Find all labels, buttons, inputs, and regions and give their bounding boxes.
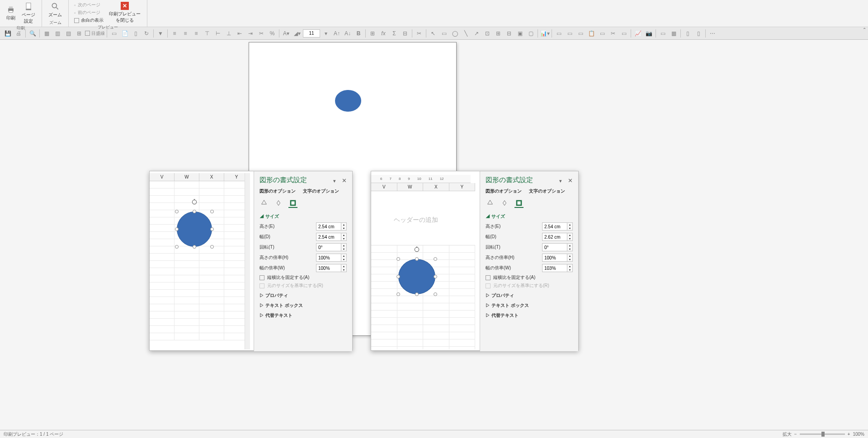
back-icon[interactable]: ▢ — [526, 28, 536, 38]
page-icon-tb[interactable]: ▯ — [131, 28, 141, 38]
indent-dec-icon[interactable]: ⇤ — [235, 28, 245, 38]
circle-shape[interactable] — [398, 259, 435, 294]
spinner[interactable]: ▴▾ — [341, 222, 347, 231]
more2-icon[interactable]: ▭ — [565, 28, 575, 38]
resize-handle[interactable] — [396, 292, 400, 296]
resize-handle[interactable] — [434, 292, 437, 296]
zoom-button[interactable]: ズーム — [46, 1, 65, 19]
rotation-input[interactable] — [316, 243, 341, 251]
height-input[interactable] — [542, 222, 567, 231]
paste-icon[interactable]: 📋 — [586, 28, 596, 38]
col-header[interactable]: V — [371, 183, 397, 191]
section-size[interactable]: ◢ サイズ — [486, 213, 573, 220]
align-left-icon[interactable]: ≡ — [170, 28, 179, 38]
font-shrink-icon[interactable]: A↓ — [343, 28, 353, 38]
scale-h-input[interactable] — [316, 254, 341, 262]
ellipse-shape-icon[interactable]: ◯ — [450, 28, 460, 38]
header-placeholder[interactable]: ヘッダーの追加 — [394, 216, 438, 224]
tab-shape-options[interactable]: 図形のオプション — [259, 188, 296, 194]
merge-icon[interactable]: ⊞ — [368, 28, 377, 38]
lock-aspect-check[interactable]: 縦横比を固定する(A) — [259, 274, 347, 281]
resize-handle[interactable] — [396, 257, 400, 261]
font-grow-icon[interactable]: A↑ — [332, 28, 342, 38]
resize-handle[interactable] — [210, 245, 214, 249]
circle-shape[interactable] — [177, 212, 212, 247]
resize-handle[interactable] — [415, 292, 419, 296]
zoom-out-icon[interactable]: − — [794, 432, 797, 437]
zoom-slider[interactable] — [800, 433, 845, 435]
layout2-icon[interactable]: ▥ — [52, 28, 62, 38]
gridlines-check[interactable]: 目盛線 — [85, 28, 105, 38]
lock-aspect-check[interactable]: 縦横比を固定する(A) — [486, 274, 573, 281]
size-props-icon[interactable] — [514, 199, 524, 208]
format-icon[interactable]: % — [267, 28, 277, 38]
layout4-icon[interactable]: ⊞ — [74, 28, 84, 38]
fill-color-icon[interactable]: ◢▾ — [292, 28, 302, 38]
tab-shape-options[interactable]: 図形のオプション — [486, 188, 522, 194]
line-shape-icon[interactable]: ╲ — [461, 28, 471, 38]
align-center-icon[interactable]: ≡ — [180, 28, 190, 38]
col-header[interactable]: X — [423, 183, 449, 191]
spinner[interactable]: ▴▾ — [341, 243, 347, 251]
resize-handle[interactable] — [415, 257, 419, 261]
sum-icon[interactable]: Σ — [389, 28, 399, 38]
window-icon[interactable]: ▭ — [658, 28, 668, 38]
ungroup-icon[interactable]: ⊟ — [504, 28, 514, 38]
align-right-icon[interactable]: ≡ — [191, 28, 201, 38]
resize-handle[interactable] — [193, 210, 196, 213]
resize-handle[interactable] — [434, 257, 437, 261]
section-textbox[interactable]: ▷ テキスト ボックス — [486, 302, 573, 309]
effects-icon[interactable] — [274, 199, 283, 208]
zoom-in-icon[interactable]: + — [848, 432, 850, 437]
resize-handle[interactable] — [210, 227, 214, 231]
chart-icon[interactable]: 📊▾ — [540, 28, 550, 38]
resize-handle[interactable] — [175, 245, 179, 249]
fill-outline-icon[interactable] — [486, 199, 495, 208]
height-input[interactable] — [316, 222, 341, 231]
bold-icon[interactable]: B — [354, 28, 363, 38]
spinner[interactable]: ▴▾ — [567, 243, 573, 251]
resize-handle[interactable] — [175, 227, 179, 231]
ribbon-collapse-icon[interactable]: ⌃ — [863, 27, 866, 32]
show-margins-check[interactable]: 余白の表示 — [72, 17, 105, 24]
rect-shape-icon[interactable]: ▭ — [439, 28, 449, 38]
spinner[interactable]: ▴▾ — [341, 233, 347, 241]
new-icon[interactable]: ▭ — [109, 28, 119, 38]
font-size-input[interactable] — [303, 29, 320, 38]
worksheet-right[interactable]: 6789101112 V W X Y ヘッダーの追加 — [371, 173, 475, 349]
zoom-pct[interactable]: 100% — [853, 432, 864, 437]
open-icon[interactable]: 📄 — [120, 28, 130, 38]
pointer-icon[interactable]: ↖ — [428, 28, 438, 38]
scrollbar-left[interactable] — [245, 173, 250, 349]
selected-shape-right[interactable] — [398, 259, 435, 294]
scale-h-input[interactable] — [542, 254, 567, 262]
font-size-dd-icon[interactable]: ▾ — [321, 28, 331, 38]
clear-icon[interactable]: ✂ — [414, 28, 424, 38]
section-alttext[interactable]: ▷ 代替テキスト — [486, 312, 573, 319]
cut-icon[interactable]: ✂ — [256, 28, 266, 38]
more5-icon[interactable]: ✂ — [608, 28, 618, 38]
indent-inc-icon[interactable]: ⇥ — [245, 28, 255, 38]
resize-handle[interactable] — [210, 210, 214, 213]
preview-icon[interactable]: 🔍 — [28, 28, 38, 38]
print-button[interactable]: 印刷 — [4, 4, 18, 22]
scale-w-input[interactable] — [542, 264, 567, 272]
overflow-icon[interactable]: ⋯ — [708, 28, 717, 38]
pane-close-icon[interactable]: ✕ — [342, 177, 347, 184]
worksheet-left[interactable]: V W X Y — [150, 173, 249, 349]
save-icon[interactable]: 💾 — [3, 28, 13, 38]
more4-icon[interactable]: ▭ — [597, 28, 607, 38]
pane-dropdown-icon[interactable]: ▾ — [333, 178, 336, 184]
size-props-icon[interactable] — [288, 199, 297, 208]
col-header[interactable]: W — [175, 173, 199, 181]
chart2-icon[interactable]: 📈 — [633, 28, 643, 38]
pane-close-icon[interactable]: ✕ — [568, 177, 573, 184]
section-properties[interactable]: ▷ プロパティ — [259, 292, 347, 299]
page2-icon[interactable]: ▯ — [693, 28, 703, 38]
section-textbox[interactable]: ▷ テキスト ボックス — [259, 302, 347, 309]
zoom-thumb[interactable] — [821, 432, 825, 437]
align-bot-icon[interactable]: ⊥ — [224, 28, 234, 38]
width-input[interactable] — [542, 233, 567, 241]
layout-icon[interactable]: ▦ — [42, 28, 52, 38]
spinner[interactable]: ▴▾ — [567, 222, 573, 231]
